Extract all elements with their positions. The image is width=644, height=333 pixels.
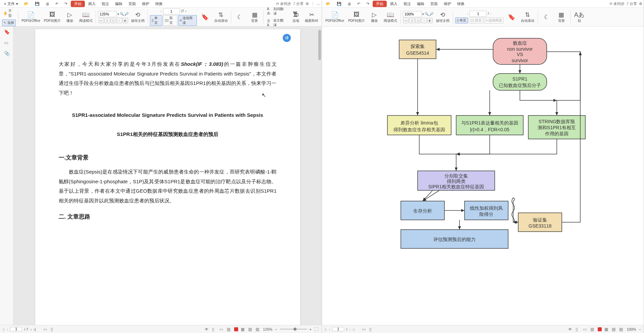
bookmark-sidebar-icon[interactable]: 🔖 (4, 29, 9, 35)
translate-badge-icon[interactable]: 译 (283, 34, 291, 42)
view2-icon[interactable]: ▭ (219, 327, 224, 332)
fullscreen-icon[interactable]: ⛶ (314, 327, 319, 332)
undo-icon[interactable]: ↶ (53, 1, 61, 7)
play-btn[interactable]: ▷播放 (63, 10, 76, 24)
page-tab-r[interactable]: 页面 (428, 1, 440, 7)
print-icon-r[interactable]: 🖨 (345, 1, 354, 6)
rotate-btn-r[interactable]: ⟲旋转文档 (435, 10, 451, 24)
select-tool[interactable]: ↖选择 (2, 19, 16, 26)
fit5-icon[interactable]: ◐ (123, 18, 128, 23)
background-btn[interactable]: ▦背景 (248, 10, 261, 24)
sync-status-r[interactable]: ⟳ 未同步 (609, 1, 625, 6)
night-btn[interactable]: ☾ (233, 13, 247, 21)
view1-icon[interactable]: ▯ (212, 327, 217, 332)
open-icon[interactable]: 📂 (21, 1, 32, 7)
zoom-slider[interactable] (280, 329, 307, 330)
view3-icon[interactable]: ▥ (227, 327, 231, 332)
comment-tab-r[interactable]: 批注 (401, 1, 414, 7)
last-page-icon[interactable]: ›| (34, 327, 36, 331)
fit3-icon-r[interactable]: ◻ (415, 18, 421, 23)
bookmark-btn[interactable]: 🔖 (198, 13, 212, 21)
continuous-view-r[interactable]: ≡连续阅读 (484, 17, 503, 23)
start-tab[interactable]: 开始 (71, 1, 85, 7)
next-page-icon[interactable]: › (185, 9, 186, 13)
continuous-view[interactable]: ≡连续阅读 (178, 15, 197, 26)
convert-tab[interactable]: 转换 (153, 1, 165, 7)
fit4-icon-r[interactable]: ○ (421, 18, 427, 23)
zoom-out-icon[interactable]: 🔎 (124, 12, 128, 16)
doc-canvas[interactable]: 译 大家好，今天和大家分享的是今年3月份发表在Shock(IF：3.083)的一… (13, 27, 322, 325)
zoom-dropdown-icon-r[interactable]: ▾ (422, 12, 424, 16)
insert-tab[interactable]: 插入 (86, 1, 98, 7)
play-btn-r[interactable]: ▷播放 (368, 10, 381, 24)
eye-icon-r[interactable]: 👁 (568, 327, 573, 332)
insert-tab-r[interactable]: 插入 (387, 1, 400, 7)
double-view[interactable]: ▯▯双页 (163, 15, 177, 26)
single-view[interactable]: ▯单页 (150, 15, 162, 26)
prev-page-icon2[interactable]: ‹ (7, 327, 8, 331)
view2-icon-r[interactable]: ▭ (583, 327, 588, 332)
record-icon[interactable] (234, 327, 238, 331)
fit2-icon-r[interactable]: ▯ (409, 18, 415, 23)
fit5-icon-r[interactable]: ◐ (427, 18, 433, 23)
share-btn[interactable]: ⤴ 分享 (293, 1, 304, 6)
next-page-icon2[interactable]: › (30, 327, 32, 331)
grid1-icon-r[interactable]: ▦ (604, 327, 609, 332)
protect-tab[interactable]: 保护 (139, 1, 152, 7)
gear-icon-r[interactable]: ⚙ (639, 2, 642, 6)
fit2-icon[interactable]: ▯ (105, 18, 110, 23)
fit3-icon[interactable]: ◻ (111, 18, 116, 23)
edit-tab[interactable]: 编辑 (112, 1, 125, 7)
page-input[interactable] (163, 8, 180, 14)
eye-icon[interactable]: 👁 (205, 327, 209, 332)
scrollbar[interactable] (318, 27, 321, 325)
next-page-icon2-r[interactable]: › (349, 327, 351, 331)
thumbnail-sidebar-icon[interactable]: ▭ (4, 40, 9, 45)
open-icon-r[interactable]: 📂 (323, 1, 333, 7)
snap-btn[interactable]: ✂截图和对 (304, 10, 320, 24)
status-ic1[interactable]: ▭ (43, 327, 48, 332)
prev-page-icon2-r[interactable]: ‹ (329, 327, 330, 331)
zoom-in-icon-r[interactable]: 🔍 (425, 12, 429, 16)
record-icon-r[interactable] (598, 327, 602, 331)
pdf2office-btn[interactable]: 📄PDF转Office (20, 10, 42, 24)
gear-icon[interactable]: ⚙ (306, 2, 309, 6)
flow-canvas[interactable]: 探索集 GSE54514 败血症 non survivor VS survivo… (322, 27, 644, 325)
convert-tab-r[interactable]: 转换 (454, 1, 467, 7)
night-btn-r[interactable]: ☾ (540, 13, 553, 21)
zoom-select[interactable] (98, 11, 117, 17)
start-tab-r[interactable]: 开始 (373, 1, 387, 7)
pdf2img-btn-r[interactable]: 🖼PDF转图片 (347, 10, 366, 24)
comment-tab[interactable]: 批注 (99, 1, 112, 7)
sync-status[interactable]: ⟳ 未同步 (276, 1, 291, 6)
bookmark-btn-r[interactable]: 🔖 (505, 13, 518, 21)
background-btn-r[interactable]: ▦背景 (555, 10, 568, 24)
redo-icon-r[interactable]: ↷ (364, 1, 372, 7)
autoscroll-btn-r[interactable]: ⇅自动滚动 (520, 10, 536, 24)
fit1-icon[interactable]: ▭ (99, 18, 104, 23)
grid2-icon[interactable]: ▧ (248, 327, 253, 332)
grid1-icon[interactable]: ▦ (241, 327, 246, 332)
page-input-r[interactable] (470, 11, 486, 17)
more-icon[interactable]: ⋮ (311, 2, 315, 6)
fit4-icon[interactable]: ○ (117, 18, 122, 23)
double-view-r[interactable]: ▯▯双页 (469, 17, 483, 23)
save-icon-r[interactable]: 💾 (334, 1, 344, 7)
page-tab[interactable]: 页面 (126, 1, 139, 7)
readmode-btn-r[interactable]: 📖阅读模式 (382, 10, 398, 24)
fit1-icon-r[interactable]: ▭ (403, 18, 409, 23)
zoom-dropdown-icon[interactable]: ▾ (117, 12, 119, 16)
save-icon[interactable]: 💾 (32, 1, 42, 7)
zoom-select-r[interactable] (403, 11, 422, 17)
zoom-out-icon-r[interactable]: 🔎 (429, 12, 433, 16)
rotate-btn[interactable]: ⟲旋转文档 (130, 10, 146, 24)
redo-icon[interactable]: ↷ (62, 1, 70, 7)
status-ic2-r[interactable]: ▯ (369, 327, 374, 332)
last-page-icon-r[interactable]: ›| (353, 327, 355, 331)
hand-tool[interactable]: ✋手型 (2, 8, 16, 19)
file-menu[interactable]: ≡ 文件 ▾ (1, 1, 21, 7)
dict-btn[interactable]: Aあ划词翻译 (266, 6, 288, 17)
pdf2img-btn[interactable]: 🖼PDF转图片 (43, 10, 62, 24)
zoom-in-icon[interactable]: 🔍 (120, 12, 124, 16)
zoom-in-btn[interactable]: + (310, 327, 312, 331)
